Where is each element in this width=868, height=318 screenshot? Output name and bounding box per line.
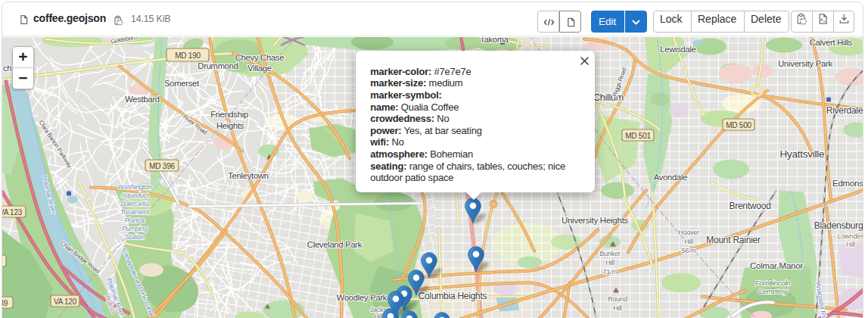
svg-text:Drummond: Drummond	[198, 61, 238, 70]
svg-text:Lowndes: Lowndes	[838, 232, 863, 239]
svg-text:Mount Rainier: Mount Rainier	[706, 234, 761, 245]
svg-text:MD 500: MD 500	[726, 120, 751, 129]
svg-text:Dalecarlia: Dalecarlia	[120, 199, 149, 207]
svg-text:Hill: Hill	[605, 258, 614, 266]
svg-text:Edmonston: Edmonston	[832, 178, 863, 187]
svg-text:Riverdale: Riverdale	[826, 104, 863, 115]
svg-text:Hyattsville: Hyattsville	[780, 148, 825, 159]
svg-text:Station: Station	[125, 232, 145, 240]
svg-text:Woodley Park: Woodley Park	[337, 292, 387, 301]
svg-text:Bunker: Bunker	[599, 249, 620, 257]
svg-text:Cleveland Park: Cleveland Park	[307, 239, 362, 248]
svg-text:Lewisdale: Lewisdale	[660, 44, 696, 53]
svg-text:Brentwood: Brentwood	[729, 200, 770, 210]
svg-text:Pumping: Pumping	[122, 224, 148, 232]
svg-text:Washington: Washington	[118, 182, 152, 190]
svg-text:Hill: Hill	[684, 237, 693, 245]
svg-text:Hill: Hill	[374, 312, 383, 318]
svg-text:VA 123: VA 123	[2, 207, 23, 216]
svg-text:56 m: 56 m	[681, 246, 695, 254]
svg-text:Plant &: Plant &	[124, 216, 145, 223]
svg-text:Treatment: Treatment	[120, 207, 150, 215]
svg-text:Takoma: Takoma	[480, 37, 509, 44]
svg-text:Chevy Chase: Chevy Chase	[235, 52, 284, 61]
svg-text:Round: Round	[608, 295, 627, 302]
svg-text:Bladensburg: Bladensburg	[814, 220, 863, 230]
svg-text:University Heights: University Heights	[562, 215, 629, 224]
svg-text:MD 501: MD 501	[625, 131, 651, 139]
svg-text:739: 739	[2, 298, 8, 307]
svg-text:Village: Village	[247, 63, 272, 72]
svg-text:MD 396: MD 396	[149, 161, 175, 170]
svg-text:71 m: 71 m	[602, 267, 617, 275]
svg-text:Calvert Hills: Calvert Hills	[810, 37, 853, 46]
svg-text:Westbard: Westbard	[125, 94, 160, 103]
svg-text:Hoover: Hoover	[678, 228, 699, 235]
svg-text:VA 120: VA 120	[54, 297, 77, 305]
svg-text:Colmar Manor: Colmar Manor	[750, 260, 803, 270]
svg-text:Cemetery: Cemetery	[758, 286, 789, 295]
svg-text:Tenleytown: Tenleytown	[228, 170, 268, 179]
svg-text:Aqueduct: Aqueduct	[120, 191, 149, 198]
svg-text:Avondale: Avondale	[654, 172, 687, 181]
svg-text:Friendship: Friendship	[210, 109, 248, 118]
svg-text:ch: ch	[3, 63, 11, 72]
svg-text:Heights: Heights	[216, 120, 244, 129]
svg-text:Fort Lincoln: Fort Lincoln	[755, 278, 791, 286]
svg-text:Columbia Heights: Columbia Heights	[418, 290, 487, 301]
svg-text:Hill: Hill	[613, 304, 622, 311]
svg-text:University Park: University Park	[778, 58, 832, 67]
svg-text:MD 190: MD 190	[175, 51, 201, 59]
svg-text:Somerset: Somerset	[164, 78, 200, 87]
svg-text:Hill: Hill	[846, 240, 855, 248]
